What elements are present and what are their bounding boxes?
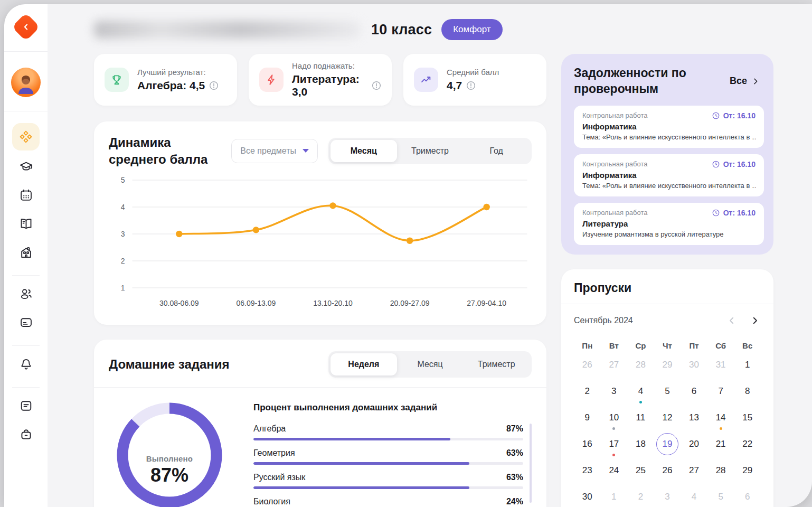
calendar-day[interactable]: 19 [654, 436, 681, 463]
sidebar-item-services[interactable] [14, 422, 37, 446]
calendar-day[interactable]: 26 [654, 463, 681, 489]
sidebar-item-notifications[interactable] [14, 352, 37, 375]
sidebar-item-school[interactable] [14, 240, 37, 264]
chevron-left-icon [727, 316, 737, 325]
debts-panel: Задолженности по проверочным Все Контрол… [561, 54, 773, 255]
dashboard-diamonds-icon [18, 129, 33, 144]
debt-card[interactable]: Контрольная работаОт: 16.10ИнформатикаТе… [574, 154, 764, 196]
calendar-day[interactable]: 13 [681, 410, 707, 436]
scrollbar-thumb[interactable] [530, 424, 532, 503]
avatar[interactable] [11, 68, 41, 97]
tab-month[interactable]: Месяц [331, 140, 397, 162]
calendar-day[interactable]: 9 [574, 410, 601, 436]
info-icon[interactable] [466, 81, 476, 90]
dot-spacer [612, 374, 615, 377]
calendar-day[interactable]: 16 [574, 436, 601, 463]
dot-spacer [586, 401, 589, 403]
svg-text:4: 4 [121, 203, 125, 211]
debt-topic: Тема: «Роль и влияние искусственного инт… [582, 182, 756, 190]
calendar-day[interactable]: 21 [707, 436, 734, 463]
tab-month[interactable]: Месяц [397, 353, 464, 375]
calendar-day[interactable]: 24 [601, 463, 628, 489]
sidebar-item-id-card[interactable] [14, 311, 37, 334]
tab-year[interactable]: Год [463, 140, 530, 162]
svg-text:13.10-20.10: 13.10-20.10 [313, 299, 353, 307]
calendar-day[interactable]: 27 [681, 463, 707, 489]
calendar-day[interactable]: 1 [734, 357, 761, 383]
calendar-day[interactable]: 8 [734, 383, 761, 410]
tab-trimester[interactable]: Триместр [397, 140, 464, 162]
absence-dot [612, 427, 615, 430]
sidebar-item-diary[interactable] [14, 212, 37, 235]
calendar-day[interactable]: 23 [574, 463, 601, 489]
calendar-day[interactable]: 1 [601, 489, 628, 507]
sidebar-item-notes[interactable] [14, 394, 37, 417]
calendar-day[interactable]: 15 [734, 410, 761, 436]
calendar-day[interactable]: 29 [654, 357, 681, 383]
homework-completion-list: Процент выполнения домашних заданий Алге… [253, 402, 532, 507]
sidebar-item-users[interactable] [14, 282, 37, 305]
calendar-day[interactable]: 25 [627, 463, 654, 489]
debt-card[interactable]: Контрольная работаОт: 16.10ЛитератураИзу… [574, 203, 764, 245]
dot-spacer [720, 454, 722, 456]
stat-label: Средний балл [447, 68, 499, 77]
tab-week[interactable]: Неделя [331, 353, 397, 375]
calendar-day[interactable]: 6 [734, 489, 761, 507]
trend-up-icon [414, 68, 438, 92]
svg-text:5: 5 [121, 176, 125, 184]
sidebar-item-education[interactable] [14, 155, 37, 178]
dot-spacer [612, 401, 615, 403]
absences-card: Пропуски Сентябрь 2024 [561, 269, 773, 507]
calendar-day[interactable]: 4 [681, 489, 707, 507]
open-book-icon [19, 217, 33, 231]
back-button[interactable] [14, 15, 37, 39]
calendar-day[interactable]: 4 [627, 383, 654, 410]
plan-badge[interactable]: Комфорт [441, 19, 502, 40]
dot-spacer [639, 427, 642, 430]
tab-trimester[interactable]: Триместр [463, 353, 530, 375]
calendar-day[interactable]: 30 [574, 489, 601, 507]
dot-spacer [693, 374, 695, 377]
calendar-day[interactable]: 28 [707, 463, 734, 489]
calendar-day[interactable]: 2 [627, 489, 654, 507]
homework-card: Домашние задания Неделя Месяц Триместр [94, 340, 546, 507]
calendar-day[interactable]: 5 [707, 489, 734, 507]
calendar-day[interactable]: 27 [601, 357, 628, 383]
calendar-prev-button[interactable] [726, 315, 738, 326]
calendar-day[interactable]: 12 [654, 410, 681, 436]
calendar-day[interactable]: 7 [707, 383, 734, 410]
debt-card[interactable]: Контрольная работаОт: 16.10ИнформатикаТе… [574, 106, 764, 148]
student-name-redacted [94, 21, 361, 39]
calendar-next-button[interactable] [749, 315, 761, 326]
info-icon[interactable] [209, 81, 219, 90]
debt-cards-list: Контрольная работаОт: 16.10ИнформатикаТе… [574, 106, 764, 245]
calendar-day[interactable]: 30 [681, 357, 707, 383]
subject-filter-dropdown[interactable]: Все предметы [231, 139, 318, 163]
dot-spacer [666, 374, 668, 377]
info-icon[interactable] [372, 81, 381, 90]
calendar-day[interactable]: 28 [627, 357, 654, 383]
calendar-day[interactable]: 29 [734, 463, 761, 489]
sidebar-divider [12, 387, 40, 388]
calendar-day[interactable]: 10 [601, 410, 628, 436]
view-all-link[interactable]: Все [730, 76, 760, 87]
calendar-day[interactable]: 6 [681, 383, 707, 410]
calendar-day[interactable]: 26 [574, 357, 601, 383]
calendar-day[interactable]: 3 [601, 383, 628, 410]
sidebar-item-schedule[interactable] [14, 183, 37, 206]
calendar-day[interactable]: 14 [707, 410, 734, 436]
calendar-day[interactable]: 17 [601, 436, 628, 463]
debt-due: От: 16.10 [712, 209, 756, 217]
calendar-day[interactable]: 20 [681, 436, 707, 463]
calendar-day[interactable]: 31 [707, 357, 734, 383]
calendar-day[interactable]: 5 [654, 383, 681, 410]
calendar-day[interactable]: 2 [574, 383, 601, 410]
calendar-day-header: Вс [734, 335, 761, 357]
calendar-day[interactable]: 11 [627, 410, 654, 436]
calendar-day[interactable]: 22 [734, 436, 761, 463]
calendar-day[interactable]: 18 [627, 436, 654, 463]
sidebar-item-dashboard[interactable] [12, 123, 40, 151]
homework-period-tabs: Неделя Месяц Триместр [328, 351, 532, 378]
calendar-day[interactable]: 3 [654, 489, 681, 507]
calendar-icon [19, 188, 33, 202]
